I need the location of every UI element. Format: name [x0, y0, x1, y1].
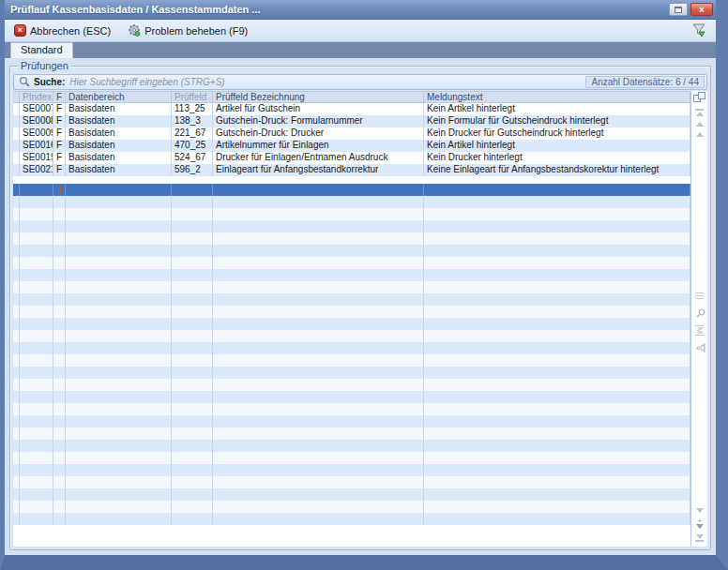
filter-icon — [691, 22, 706, 39]
cell-bezeichnung: Drucker für Einlagen/Entnamen Ausdruck — [213, 152, 424, 164]
cell-pindex — [20, 184, 53, 196]
column-header-f[interactable]: F — [53, 92, 66, 102]
cell-datenbereich — [66, 208, 172, 220]
table-row[interactable]: SE0019FBasisdaten524_67Drucker für Einla… — [13, 152, 690, 164]
cell-datenbereich — [66, 269, 172, 281]
search-input[interactable]: Hier Suchbegriff eingeben (STRG+S) — [69, 77, 585, 87]
cancel-button[interactable]: × Abbrechen (ESC) — [10, 22, 114, 38]
empty-row — [13, 379, 690, 391]
cell-f: F — [53, 128, 66, 140]
cell-datenbereich — [66, 464, 172, 476]
cell-prueffeld — [172, 367, 213, 379]
table-row[interactable]: SE0007FBasisdaten113_25Artikel für Gutsc… — [13, 103, 690, 115]
cell-meldungstext — [424, 367, 690, 379]
cancel-button-label: Abbrechen (ESC) — [30, 25, 111, 37]
row-indicator-cell — [13, 342, 20, 354]
cell-bezeichnung — [213, 403, 424, 415]
grid-filler — [13, 525, 690, 547]
cell-prueffeld — [172, 415, 213, 428]
cell-datenbereich: Basisdaten — [66, 103, 172, 115]
cell-meldungstext: Kein Formular für Gutscheindruck hinterl… — [424, 115, 690, 128]
empty-row — [13, 257, 690, 269]
cell-prueffeld — [172, 257, 213, 269]
cell-meldungstext — [424, 452, 690, 464]
empty-row — [13, 476, 690, 488]
cell-meldungstext — [424, 184, 690, 196]
group-panel-icon[interactable]: {|} — [695, 292, 704, 299]
row-indicator-cell — [13, 391, 20, 403]
cell-f — [53, 513, 66, 525]
cell-datenbereich — [66, 293, 172, 306]
cell-bezeichnung — [213, 208, 424, 220]
empty-row — [13, 196, 690, 208]
data-grid: PIndex ▼ F Datenbereich Prüffeld Prüffel… — [13, 91, 691, 547]
empty-row — [13, 208, 690, 220]
next-row-button[interactable] — [696, 508, 704, 513]
cell-pindex — [20, 354, 53, 367]
cell-f: F — [53, 115, 66, 128]
content-panel: Prüfungen Suche: Hier Suchbegriff eingeb… — [5, 58, 716, 555]
table-row[interactable]: SE0009FBasisdaten221_67Gutschein-Druck: … — [13, 128, 690, 140]
row-indicator-cell — [13, 152, 20, 164]
go-to-first-button[interactable] — [695, 108, 704, 116]
cell-pindex — [20, 367, 53, 379]
column-chooser-icon[interactable] — [693, 92, 705, 103]
row-indicator-cell — [13, 354, 20, 367]
cell-pindex: SE0016 — [20, 140, 53, 152]
table-row[interactable]: SE0021FBasisdaten596_2Einlageart für Anf… — [13, 164, 690, 176]
cell-bezeichnung — [213, 330, 424, 342]
cell-meldungstext — [424, 208, 690, 220]
cell-datenbereich — [66, 440, 172, 452]
empty-row — [13, 440, 690, 452]
cell-meldungstext — [424, 464, 690, 476]
filter-row-icon[interactable] — [694, 343, 705, 352]
cell-datenbereich — [66, 367, 172, 379]
column-header-pindex[interactable]: PIndex ▼ — [20, 92, 53, 102]
page-up-button[interactable] — [696, 122, 704, 127]
go-to-last-button[interactable] — [695, 534, 704, 543]
pruefungen-groupbox: Prüfungen Suche: Hier Suchbegriff eingeb… — [9, 66, 711, 550]
search-bar[interactable]: Suche: Hier Suchbegriff eingeben (STRG+S… — [13, 74, 707, 90]
fix-problem-button[interactable]: Problem beheben (F9) — [124, 22, 251, 40]
titlebar[interactable]: Prüflauf Kassenbasisdaten / Kassenstammd… — [5, 0, 716, 20]
tab-standard[interactable]: Standard — [10, 42, 73, 58]
cell-pindex — [20, 403, 53, 415]
cell-meldungstext — [424, 196, 690, 208]
grid-area: PIndex ▼ F Datenbereich Prüffeld Prüffel… — [13, 91, 707, 547]
row-indicator-cell — [13, 476, 20, 488]
cell-meldungstext — [424, 330, 690, 342]
cell-bezeichnung — [213, 476, 424, 488]
cell-datenbereich: Basisdaten — [66, 128, 172, 140]
append-row-button[interactable]: + — [696, 518, 704, 529]
cell-prueffeld — [172, 428, 213, 440]
empty-row — [13, 367, 690, 379]
cell-datenbereich — [66, 306, 172, 318]
column-header-meldungstext[interactable]: Meldungstext — [424, 92, 690, 102]
empty-row — [13, 488, 690, 501]
memo-icon[interactable]: [M] — [695, 324, 704, 337]
prev-row-button[interactable] — [696, 132, 704, 137]
column-header-prueffeld[interactable]: Prüffeld — [172, 92, 213, 102]
cell-pindex — [20, 428, 53, 440]
cell-pindex — [20, 293, 53, 306]
table-row[interactable]: SE0008FBasisdaten138_3Gutschein-Druck: F… — [13, 115, 690, 128]
empty-row — [13, 318, 690, 330]
empty-row — [13, 220, 690, 232]
filter-button[interactable] — [688, 21, 710, 41]
cell-bezeichnung: Artikelnummer für Einlagen — [213, 140, 424, 152]
cell-prueffeld — [172, 476, 213, 488]
empty-row — [13, 306, 690, 318]
cell-datenbereich — [66, 415, 172, 428]
cell-meldungstext — [424, 391, 690, 403]
cell-f: F — [53, 152, 66, 164]
cell-prueffeld — [172, 391, 213, 403]
table-row[interactable]: SE0016FBasisdaten470_25Artikelnummer für… — [13, 140, 690, 152]
zoom-icon[interactable] — [694, 308, 705, 318]
cell-meldungstext — [424, 293, 690, 306]
selected-row[interactable] — [13, 184, 690, 196]
column-header-bezeichnung[interactable]: Prüffeld Bezeichnung — [213, 92, 424, 102]
close-button[interactable]: × — [690, 3, 713, 16]
maximize-button[interactable] — [669, 3, 688, 16]
column-header-datenbereich[interactable]: Datenbereich — [66, 92, 172, 102]
cell-datenbereich: Basisdaten — [66, 140, 172, 152]
